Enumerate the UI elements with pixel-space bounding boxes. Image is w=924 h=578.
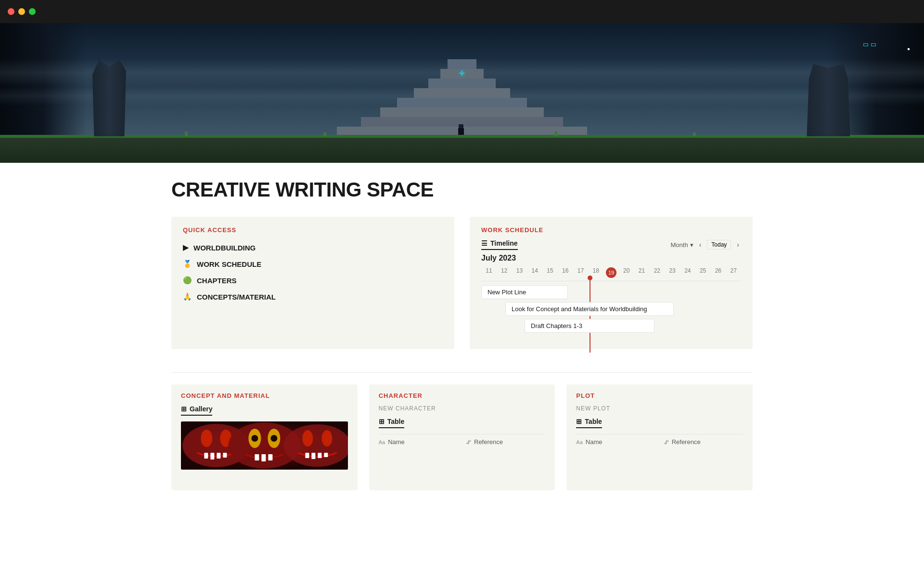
cal-date-23: 23 — [665, 266, 680, 279]
today-button[interactable]: Today — [707, 240, 731, 250]
cal-date-17: 17 — [573, 266, 589, 279]
page-title: CREATIVE WRITING SPACE — [171, 178, 753, 201]
main-content: CREATIVE WRITING SPACE QUICK ACCESS ▶ WO… — [125, 163, 799, 506]
svg-rect-7 — [223, 453, 227, 458]
svg-rect-19 — [305, 453, 309, 458]
cal-date-22: 22 — [649, 266, 665, 279]
prayer-icon: 🙏 — [183, 292, 192, 301]
cal-date-24: 24 — [680, 266, 695, 279]
aa-icon: Aa — [379, 439, 385, 445]
svg-rect-20 — [311, 453, 315, 459]
cal-date-19: 19 — [603, 266, 619, 279]
sidebar-item-concepts[interactable]: 🙏 CONCEPTS/MATERIAL — [183, 289, 443, 305]
arrow-icon: ▶ — [183, 243, 189, 252]
new-character-button[interactable]: NEW CHARACTER — [379, 405, 546, 412]
hero-banner: ✛ — [0, 23, 924, 163]
work-schedule-label: WORK SCHEDULE — [481, 226, 741, 234]
gallery-tab[interactable]: ⊞ Gallery — [181, 405, 212, 416]
character-reference-col: 🖇 Reference — [466, 438, 545, 446]
svg-rect-14 — [261, 454, 266, 461]
section-divider — [171, 372, 753, 373]
svg-rect-5 — [210, 453, 214, 460]
window-chrome — [0, 0, 924, 23]
sidebar-item-chapters[interactable]: 🟢 CHAPTERS — [183, 272, 443, 289]
svg-point-18 — [321, 430, 332, 447]
month-selector[interactable]: Month ▾ — [670, 241, 693, 249]
quick-access-section: QUICK ACCESS ▶ WORLDBUILDING 🥇 WORK SCHE… — [171, 217, 454, 349]
table-icon: ⊞ — [379, 418, 385, 425]
timeline-controls: Month ▾ ‹ Today › — [670, 240, 741, 250]
cal-date-25: 25 — [695, 266, 711, 279]
svg-point-17 — [302, 430, 313, 447]
plot-name-col: Aa Name — [576, 438, 655, 446]
prev-month-button[interactable]: ‹ — [697, 240, 704, 250]
svg-rect-22 — [324, 453, 328, 457]
cal-date-12: 12 — [497, 266, 512, 279]
svg-rect-15 — [268, 454, 272, 460]
cal-date-26: 26 — [710, 266, 726, 279]
top-grid: QUICK ACCESS ▶ WORLDBUILDING 🥇 WORK SCHE… — [171, 217, 753, 349]
quick-access-label: QUICK ACCESS — [183, 226, 443, 234]
plot-table-headers: Aa Name 🖇 Reference — [576, 434, 743, 446]
calendar-dates: 11 12 13 14 15 16 17 18 19 20 21 22 23 2… — [481, 266, 741, 281]
next-month-button[interactable]: › — [735, 240, 741, 250]
timeline-item-look-for[interactable]: Look for Concept and Materials for World… — [505, 302, 674, 316]
cal-date-21: 21 — [634, 266, 650, 279]
cyan-dots — [863, 43, 876, 46]
character-section: CHARACTER NEW CHARACTER ⊞ Table Aa Name … — [369, 384, 555, 490]
svg-point-12 — [270, 435, 277, 442]
paperclip-icon-plot: 🖇 — [664, 439, 669, 445]
bottom-grid: CONCEPT AND MATERIAL ⊞ Gallery — [171, 384, 753, 490]
timeline-items: New Plot Line Look for Concept and Mater… — [481, 285, 741, 340]
chevron-down-icon: ▾ — [690, 241, 693, 249]
pixel-scene: ✛ — [0, 23, 924, 163]
svg-rect-13 — [255, 454, 259, 460]
sidebar-item-work-schedule[interactable]: 🥇 WORK SCHEDULE — [183, 256, 443, 272]
svg-point-2 — [201, 430, 212, 447]
table-icon-plot: ⊞ — [576, 418, 582, 425]
character-table-headers: Aa Name 🖇 Reference — [379, 434, 546, 446]
green-circle-icon: 🟢 — [183, 276, 192, 285]
cal-date-15: 15 — [542, 266, 558, 279]
work-schedule-section: WORK SCHEDULE ☰ Timeline Month ▾ ‹ Today… — [470, 217, 753, 349]
timeline-item-draft-chapters[interactable]: Draft Chapters 1-3 — [525, 319, 654, 333]
traffic-lights — [8, 8, 36, 15]
new-plot-button[interactable]: NEW PLOT — [576, 405, 743, 412]
svg-point-11 — [251, 435, 258, 442]
minimize-button[interactable] — [18, 8, 25, 15]
plot-table-tab[interactable]: ⊞ Table — [576, 418, 602, 428]
svg-rect-6 — [217, 453, 220, 459]
cal-date-13: 13 — [512, 266, 527, 279]
svg-rect-21 — [318, 453, 321, 458]
month-label: July 2023 — [481, 254, 741, 263]
timeline-item-new-plot[interactable]: New Plot Line — [481, 285, 568, 299]
cal-date-11: 11 — [481, 266, 497, 279]
timeline-icon: ☰ — [481, 239, 488, 247]
plot-section: PLOT NEW PLOT ⊞ Table Aa Name 🖇 Referenc… — [566, 384, 753, 490]
concept-gallery-image[interactable] — [181, 421, 348, 470]
maximize-button[interactable] — [29, 8, 36, 15]
close-button[interactable] — [8, 8, 14, 15]
gallery-img-inner — [181, 421, 348, 470]
timeline-header: ☰ Timeline Month ▾ ‹ Today › — [481, 239, 741, 250]
svg-rect-4 — [204, 453, 208, 459]
character-label: CHARACTER — [379, 392, 546, 399]
concept-material-label: CONCEPT AND MATERIAL — [181, 392, 348, 399]
gallery-icon: ⊞ — [181, 405, 187, 413]
medal-icon: 🥇 — [183, 260, 192, 268]
timeline-tab[interactable]: ☰ Timeline — [481, 239, 518, 250]
sidebar-item-worldbuilding[interactable]: ▶ WORLDBUILDING — [183, 239, 443, 256]
crosshair-icon: ✛ — [459, 69, 465, 77]
paperclip-icon: 🖇 — [466, 439, 471, 445]
character-table-tab[interactable]: ⊞ Table — [379, 418, 405, 428]
cal-date-27: 27 — [726, 266, 741, 279]
cal-date-20: 20 — [619, 266, 634, 279]
plot-label: PLOT — [576, 392, 743, 399]
character-name-col: Aa Name — [379, 438, 458, 446]
plot-reference-col: 🖇 Reference — [664, 438, 743, 446]
aa-icon-plot: Aa — [576, 439, 582, 445]
cal-date-16: 16 — [558, 266, 573, 279]
cal-date-14: 14 — [527, 266, 542, 279]
concept-material-section: CONCEPT AND MATERIAL ⊞ Gallery — [171, 384, 358, 490]
